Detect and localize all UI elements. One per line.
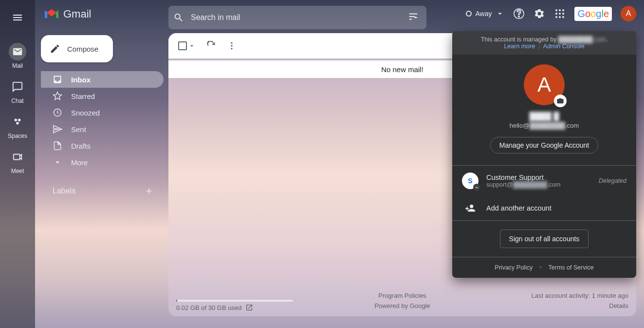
search-options-button[interactable]	[405, 8, 422, 27]
folder-snoozed[interactable]: Snoozed	[41, 104, 164, 121]
meet-icon	[12, 152, 23, 162]
rail-label: Meet	[11, 168, 24, 174]
program-policies-link[interactable]: Program Policies	[374, 291, 430, 301]
help-icon[interactable]	[513, 8, 525, 19]
pencil-icon	[50, 43, 60, 54]
svg-point-14	[231, 45, 232, 46]
person-add-icon	[465, 203, 476, 213]
popover-avatar-wrap[interactable]: A	[524, 64, 565, 105]
terms-link[interactable]: Terms of Service	[549, 264, 594, 271]
select-all-checkbox[interactable]	[178, 41, 196, 50]
google-logo-text: Google	[577, 8, 609, 19]
folder-label: Starred	[71, 92, 95, 100]
managed-account-banner: This account is managed by ████████.com.…	[452, 31, 636, 55]
svg-point-4	[559, 9, 561, 11]
settings-icon[interactable]	[534, 8, 545, 19]
key-icon	[475, 185, 479, 190]
account-avatar-button[interactable]: A	[621, 6, 636, 21]
search-icon	[173, 12, 184, 23]
storage-progress	[176, 300, 293, 302]
rail-label: Chat	[11, 97, 23, 104]
delegated-avatar: S	[462, 173, 478, 189]
folder-label: Sent	[71, 125, 86, 134]
popover-main: A ████ █ hello@████████.com Manage your …	[452, 55, 636, 165]
gmail-wordmark: Gmail	[63, 8, 91, 20]
plus-icon[interactable]	[144, 186, 154, 196]
user-display-name: ████ █	[529, 112, 559, 121]
key-badge	[473, 184, 480, 191]
delegated-badge: Delegated	[599, 177, 626, 184]
banner-prefix: This account is managed by	[481, 36, 558, 43]
chevron-down-icon	[188, 42, 196, 50]
rail-item-spaces[interactable]: Spaces	[4, 110, 31, 142]
svg-point-2	[16, 122, 19, 125]
folder-label: Inbox	[71, 76, 91, 84]
storage-text-row: 0.02 GB of 30 GB used	[176, 304, 253, 311]
svg-point-1	[18, 119, 20, 122]
mail-icon	[12, 46, 23, 57]
chevron-down-icon	[496, 9, 504, 18]
banner-suffix: .	[606, 36, 607, 43]
status-selector[interactable]: Away	[466, 9, 505, 18]
folder-more[interactable]: More	[41, 154, 164, 171]
labels-header-row: Labels	[41, 186, 164, 196]
gmail-logo[interactable]: Gmail	[44, 8, 91, 20]
clock-icon	[53, 108, 62, 117]
user-email: hello@████████.com	[510, 122, 579, 129]
compose-button[interactable]: Compose	[41, 35, 113, 62]
svg-point-5	[562, 9, 564, 11]
google-logo-chip[interactable]: Google	[574, 7, 612, 21]
svg-point-3	[555, 9, 557, 11]
svg-point-15	[231, 48, 232, 49]
footer-right: Last account activity: 1 minute ago Deta…	[532, 291, 628, 311]
folder-sent[interactable]: Sent	[41, 121, 164, 137]
status-indicator-icon	[466, 11, 472, 17]
delegated-account-row[interactable]: S Customer Support support@████████.com …	[452, 166, 636, 196]
search-bar[interactable]: Search in mail	[168, 6, 426, 29]
open-in-new-icon[interactable]	[245, 304, 253, 311]
chevron-down-icon	[53, 157, 62, 167]
admin-console-link[interactable]: Admin Console	[543, 43, 585, 50]
status-label: Away	[476, 10, 492, 18]
rail-label: Spaces	[8, 133, 27, 139]
folder-inbox[interactable]: Inbox	[41, 71, 164, 88]
folder-drafts[interactable]: Drafts	[41, 137, 164, 154]
details-link[interactable]: Details	[532, 301, 628, 311]
svg-point-10	[559, 16, 561, 18]
add-account-row[interactable]: Add another account	[452, 196, 636, 220]
refresh-icon[interactable]	[206, 41, 216, 51]
apps-icon[interactable]	[554, 8, 566, 19]
popover-footer: Privacy Policy • Terms of Service	[452, 257, 636, 278]
more-vert-icon[interactable]	[227, 41, 237, 51]
chat-icon	[12, 81, 23, 92]
svg-point-11	[562, 16, 564, 18]
gmail-icon	[44, 8, 59, 20]
svg-point-7	[559, 13, 561, 15]
folder-label: Drafts	[71, 142, 91, 150]
rail-item-mail[interactable]: Mail	[4, 40, 31, 72]
file-icon	[53, 141, 62, 151]
star-icon	[53, 91, 62, 101]
storage-used-text: 0.02 GB of 30 GB used	[176, 304, 241, 311]
main-menu-button[interactable]	[6, 6, 29, 29]
add-account-label: Add another account	[486, 204, 552, 212]
rail-item-chat[interactable]: Chat	[4, 75, 31, 107]
svg-point-16	[475, 187, 476, 188]
change-photo-button[interactable]	[554, 95, 567, 107]
svg-point-9	[555, 16, 557, 18]
privacy-link[interactable]: Privacy Policy	[495, 264, 533, 271]
search-placeholder: Search in mail	[184, 13, 405, 22]
learn-more-link[interactable]: Learn more	[504, 43, 535, 50]
svg-point-6	[555, 13, 557, 15]
last-activity-text: Last account activity: 1 minute ago	[532, 291, 628, 301]
manage-account-button[interactable]: Manage your Google Account	[490, 137, 598, 154]
svg-point-13	[231, 42, 232, 44]
inbox-icon	[53, 75, 62, 84]
compose-label: Compose	[67, 45, 98, 53]
svg-point-0	[15, 119, 17, 122]
rail-item-meet[interactable]: Meet	[4, 145, 31, 177]
signout-button[interactable]: Sign out of all accounts	[500, 230, 589, 248]
powered-by-text: Powered by Google	[374, 301, 430, 311]
rail-label: Mail	[12, 62, 23, 69]
folder-starred[interactable]: Starred	[41, 88, 164, 104]
